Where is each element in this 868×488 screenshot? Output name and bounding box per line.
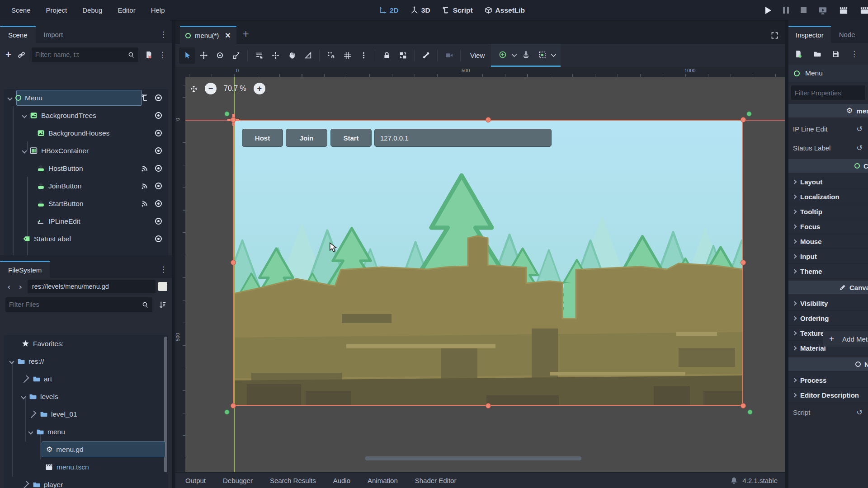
anchor-preset-button[interactable]: [495, 47, 511, 63]
revert-icon[interactable]: ↺: [857, 408, 863, 417]
visibility-eye-icon[interactable]: [155, 130, 162, 136]
history-forward-icon[interactable]: ›: [16, 282, 24, 291]
instance-scene-link-icon[interactable]: [18, 51, 25, 59]
save-icon[interactable]: [832, 50, 840, 58]
tab-script[interactable]: Script: [442, 6, 473, 14]
select-mode-button[interactable]: [179, 47, 195, 64]
section-theme[interactable]: Theme: [788, 264, 868, 279]
anchor-dot-br[interactable]: [748, 410, 753, 415]
filesystem-row-player[interactable]: player: [4, 476, 168, 488]
scene-tree-row-iplineedit[interactable]: IPLineEdit: [4, 212, 168, 230]
section-process[interactable]: Process: [788, 373, 868, 388]
scene-toolbar-menu-icon[interactable]: ⋮: [159, 51, 166, 59]
detach-script-icon[interactable]: [145, 51, 152, 59]
scene-tree-row-backgroundhouses[interactable]: BackgroundHouses: [4, 124, 168, 142]
scale-mode-button[interactable]: [228, 47, 244, 64]
filesystem-row-levels[interactable]: levels: [4, 388, 168, 405]
resize-handle-b[interactable]: [486, 403, 491, 408]
anchor-dot-bl[interactable]: [225, 410, 230, 415]
menu-help[interactable]: Help: [143, 0, 173, 20]
expand-chevron[interactable]: [22, 375, 29, 383]
scene-tree-row-backgroundtrees[interactable]: BackgroundTrees: [4, 107, 168, 124]
revert-icon[interactable]: ↺: [857, 125, 863, 133]
scene-tree-row-statuslabel[interactable]: StatusLabel: [4, 230, 168, 248]
tab-inspector[interactable]: Inspector: [788, 26, 831, 43]
menu-scene[interactable]: Scene: [4, 0, 38, 20]
current-path-input[interactable]: [32, 283, 151, 290]
visibility-eye-icon[interactable]: [155, 94, 162, 101]
tab-import-dock[interactable]: Import: [36, 26, 71, 43]
list-select-button[interactable]: [251, 47, 267, 64]
menu-editor[interactable]: Editor: [110, 0, 143, 20]
play-scene-icon[interactable]: [839, 6, 848, 15]
property-script[interactable]: Script ↺: [788, 403, 868, 422]
visibility-eye-icon[interactable]: [155, 165, 162, 172]
scene-tree-row-startbutton[interactable]: StartButton: [4, 195, 168, 212]
visibility-eye-icon[interactable]: [155, 183, 162, 189]
scene-dock-menu-icon[interactable]: ⋮: [160, 31, 167, 38]
smart-snap-button[interactable]: [323, 47, 339, 64]
tab-filesystem-dock[interactable]: FileSystem: [0, 261, 50, 278]
play-custom-scene-icon[interactable]: [860, 6, 868, 15]
pause-icon[interactable]: [783, 7, 789, 14]
scene-filter-input[interactable]: [35, 51, 128, 58]
revert-icon[interactable]: ↺: [857, 144, 863, 152]
visibility-eye-icon[interactable]: [155, 218, 162, 225]
notification-bell-icon[interactable]: [730, 477, 738, 484]
add-node-button[interactable]: +: [5, 50, 11, 60]
filesystem-row-level01[interactable]: level_01: [4, 405, 168, 423]
history-back-icon[interactable]: ‹: [5, 282, 13, 291]
tab-node[interactable]: Node: [831, 26, 863, 43]
bottom-output-button[interactable]: Output: [185, 477, 206, 484]
section-ordering[interactable]: Ordering: [788, 311, 868, 326]
file-filter-input[interactable]: [9, 301, 142, 308]
distraction-free-icon[interactable]: [771, 32, 778, 39]
menu-project[interactable]: Project: [38, 0, 75, 20]
ruler-mode-button[interactable]: [300, 47, 316, 64]
selection-rect[interactable]: [233, 120, 743, 406]
group-selected-button[interactable]: [395, 47, 411, 64]
filesystem-row-menu-tscn[interactable]: menu.tscn: [4, 458, 168, 476]
sort-files-icon[interactable]: [159, 301, 166, 309]
resize-handle-tl[interactable]: [231, 117, 236, 122]
section-localization[interactable]: Localization: [788, 189, 868, 204]
new-scene-tab-button[interactable]: +: [243, 28, 249, 40]
resize-handle-t[interactable]: [486, 117, 491, 122]
resize-handle-br[interactable]: [741, 403, 746, 408]
container-sizing-button[interactable]: [534, 47, 550, 63]
visibility-eye-icon[interactable]: [155, 235, 162, 242]
scene-tree-row-menu[interactable]: Menu: [4, 89, 168, 107]
property-status-label[interactable]: Status Label ↺: [788, 138, 868, 157]
collapse-chevron[interactable]: [22, 113, 27, 118]
rotate-mode-button[interactable]: [212, 47, 228, 64]
zoom-in-button[interactable]: +: [254, 83, 265, 94]
new-resource-icon[interactable]: [795, 50, 802, 58]
view-menu[interactable]: View: [464, 52, 491, 59]
chevron-down-icon[interactable]: [550, 52, 557, 58]
filesystem-row-menu-gd[interactable]: ⚙ menu.gd: [4, 441, 168, 458]
signal-connection-icon[interactable]: [141, 200, 149, 207]
split-mode-toggle[interactable]: [158, 282, 167, 291]
collapse-chevron[interactable]: [9, 359, 14, 364]
property-ip-line-edit[interactable]: IP Line Edit ↺: [788, 119, 868, 138]
remote-play-icon[interactable]: [818, 6, 827, 15]
property-filter-input[interactable]: [795, 89, 862, 97]
scene-tree-row-joinbutton[interactable]: JoinButton: [4, 177, 168, 195]
camera-override-button[interactable]: [441, 47, 457, 64]
bottom-shader-editor-button[interactable]: Shader Editor: [415, 477, 457, 484]
zoom-out-button[interactable]: −: [205, 83, 217, 94]
anchor-mode-button[interactable]: [518, 47, 534, 63]
expand-chevron[interactable]: [22, 481, 29, 488]
collapse-chevron[interactable]: [22, 148, 27, 153]
move-mode-button[interactable]: [195, 47, 212, 64]
expand-chevron[interactable]: [29, 410, 37, 418]
scene-tab-menu[interactable]: menu(*) ✕: [180, 26, 236, 44]
center-view-icon[interactable]: [190, 85, 198, 93]
scene-tree-row-hboxcontainer[interactable]: HBoxContainer: [4, 142, 168, 160]
visibility-eye-icon[interactable]: [155, 147, 162, 154]
zoom-level[interactable]: 70.7 %: [224, 84, 246, 93]
skeleton-options-button[interactable]: [418, 47, 434, 64]
filesystem-row-art[interactable]: art: [4, 370, 168, 388]
filesystem-row-res[interactable]: res://: [4, 352, 168, 370]
snap-options-button[interactable]: [355, 47, 372, 64]
